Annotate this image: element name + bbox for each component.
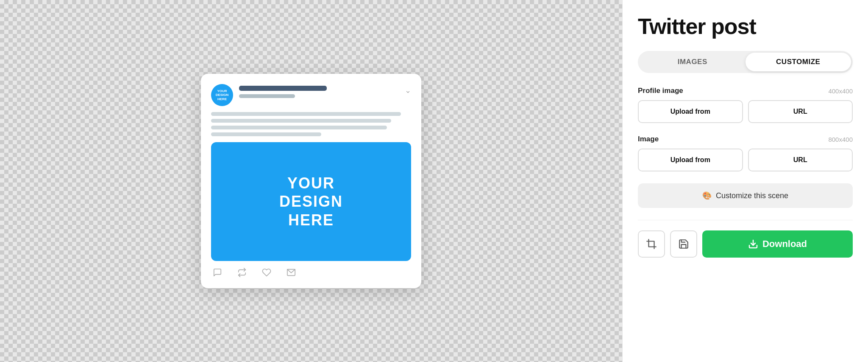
tweet-text-line-2 bbox=[211, 119, 391, 123]
chevron-down-icon: ⌄ bbox=[405, 86, 411, 95]
canvas-area: YOURDESIGNHERE ⌄ YOUR DESIGN HERE bbox=[0, 0, 622, 362]
tab-images[interactable]: IMAGES bbox=[640, 53, 746, 71]
tweet-name-line bbox=[239, 86, 327, 91]
profile-upload-from-button[interactable]: Upload from bbox=[638, 100, 743, 123]
panel-title: Twitter post bbox=[638, 14, 853, 39]
image-size: 800x400 bbox=[828, 136, 853, 143]
tweet-actions-bar bbox=[211, 268, 411, 280]
tabs-row: IMAGES CUSTOMIZE bbox=[638, 51, 853, 73]
image-upload-from-button[interactable]: Upload from bbox=[638, 149, 743, 171]
image-url-button[interactable]: URL bbox=[748, 149, 853, 171]
tweet-meta-lines bbox=[239, 84, 399, 101]
tweet-text-line-4 bbox=[211, 132, 321, 136]
image-label: Image bbox=[638, 135, 659, 143]
twitter-card: YOURDESIGNHERE ⌄ YOUR DESIGN HERE bbox=[201, 74, 421, 288]
download-icon bbox=[748, 239, 758, 249]
tweet-text-line-3 bbox=[211, 126, 387, 129]
tweet-image-placeholder: YOUR DESIGN HERE bbox=[211, 142, 411, 261]
profile-url-button[interactable]: URL bbox=[748, 100, 853, 123]
design-placeholder-text: YOUR DESIGN HERE bbox=[279, 174, 343, 229]
bottom-actions-row: Download bbox=[638, 230, 853, 258]
bottom-divider bbox=[638, 220, 853, 220]
tweet-handle-line bbox=[239, 94, 295, 98]
save-button[interactable] bbox=[670, 230, 697, 258]
download-label: Download bbox=[762, 239, 807, 250]
profile-image-label: Profile image bbox=[638, 87, 683, 95]
customize-scene-button[interactable]: 🎨 Customize this scene bbox=[638, 183, 853, 208]
customize-scene-icon: 🎨 bbox=[702, 191, 712, 200]
share-icon bbox=[287, 268, 296, 280]
customize-scene-label: Customize this scene bbox=[716, 191, 788, 200]
tweet-text-line-1 bbox=[211, 112, 401, 116]
crop-icon bbox=[646, 239, 657, 250]
tweet-text-lines bbox=[211, 112, 411, 136]
comment-icon bbox=[213, 268, 222, 280]
download-button[interactable]: Download bbox=[702, 230, 853, 258]
save-icon bbox=[678, 239, 689, 250]
right-panel: Twitter post IMAGES CUSTOMIZE Profile im… bbox=[622, 0, 868, 362]
image-section-header: Image 800x400 bbox=[638, 135, 853, 143]
profile-image-size: 400x400 bbox=[828, 87, 853, 95]
image-upload-row: Upload from URL bbox=[638, 149, 853, 171]
profile-image-upload-row: Upload from URL bbox=[638, 100, 853, 123]
crop-button[interactable] bbox=[638, 230, 665, 258]
tab-customize[interactable]: CUSTOMIZE bbox=[746, 53, 851, 71]
profile-avatar: YOURDESIGNHERE bbox=[211, 84, 233, 106]
profile-image-section-header: Profile image 400x400 bbox=[638, 87, 853, 95]
tweet-header: YOURDESIGNHERE ⌄ bbox=[211, 84, 411, 106]
like-icon bbox=[262, 268, 271, 280]
retweet-icon bbox=[237, 268, 247, 280]
